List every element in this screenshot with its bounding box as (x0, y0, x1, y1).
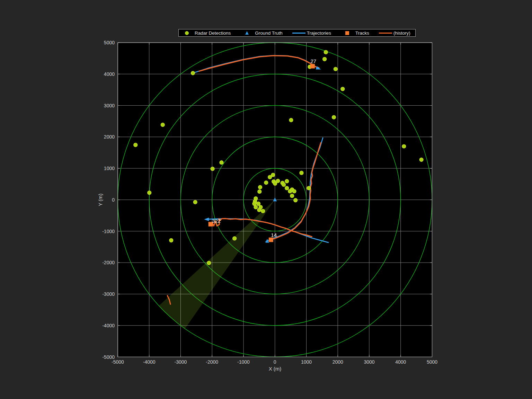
radar-detection (290, 194, 294, 198)
y-tick-label: 5000 (104, 40, 115, 45)
radar-detection (332, 115, 336, 119)
radar-detection (402, 144, 406, 148)
legend-item-label: Tracks (355, 30, 369, 36)
radar-detection (252, 202, 256, 206)
x-tick-label: -3000 (175, 359, 187, 365)
x-axis-label: X (m) (254, 366, 296, 372)
ground-truth-marker-icon (245, 31, 249, 35)
track-square (269, 238, 273, 242)
radar-detection (323, 57, 327, 61)
radar-detection (285, 179, 289, 183)
x-tick-label: -2000 (206, 359, 218, 365)
legend-item-tracks[interactable]: Tracks (339, 29, 378, 36)
radar-detection (285, 186, 289, 190)
radar-detection (191, 71, 195, 75)
legend-item-radar-detections[interactable]: Radar Detections (179, 29, 239, 36)
radar-detection (289, 118, 293, 122)
radar-detection (334, 67, 337, 71)
legend-item-label: Trajectories (307, 30, 331, 36)
history-line-icon (379, 33, 392, 34)
radar-detection (207, 261, 211, 265)
y-tick-label: -2000 (102, 260, 115, 265)
radar-detection (148, 191, 151, 195)
x-tick-label: 3000 (364, 359, 374, 365)
track-marker-icon (345, 31, 349, 35)
y-tick-label: 2000 (104, 134, 115, 140)
x-tick-label: -5000 (112, 359, 124, 365)
legend-item-label: Radar Detections (195, 30, 231, 36)
radar-detection (324, 50, 328, 54)
detection-marker-icon (185, 31, 189, 35)
track-label: 14 (271, 232, 277, 238)
x-tick-label: 4000 (395, 359, 406, 365)
track-label: 27 (310, 58, 316, 64)
radar-detection (292, 189, 296, 193)
radar-detection (307, 186, 311, 190)
radar-detection (134, 143, 138, 147)
radar-detection (220, 161, 223, 165)
legend-item-label: Ground Truth (255, 30, 283, 36)
radar-detection (257, 202, 260, 206)
legend-item-history[interactable]: (history) (378, 29, 412, 36)
radar-detection (193, 200, 197, 204)
x-tick-label: 1000 (301, 359, 312, 365)
x-tick-label: 2000 (332, 359, 343, 365)
legend-item-label: (history) (393, 30, 410, 36)
y-tick-label: 1000 (104, 166, 115, 171)
radar-detection (294, 198, 298, 202)
x-tick-label: 0 (274, 359, 276, 365)
y-tick-label: -5000 (102, 354, 115, 360)
y-tick-label: -3000 (102, 291, 115, 297)
radar-detection (273, 182, 277, 186)
radar-detection (264, 181, 268, 185)
legend-item-ground-truth[interactable]: Ground Truth (239, 29, 291, 36)
y-tick-label: 4000 (104, 71, 115, 77)
track-square (310, 64, 315, 69)
y-tick-label: -1000 (102, 229, 115, 234)
radar-detection (233, 237, 237, 240)
radar-detection (161, 123, 165, 127)
radar-detection (258, 185, 262, 189)
legend: Radar Detections Ground Truth Trajectori… (178, 29, 416, 37)
y-tick-label: -4000 (102, 323, 115, 328)
radar-detection (254, 205, 258, 209)
x-tick-label: -4000 (143, 359, 156, 365)
radar-detection (211, 167, 214, 171)
radar-detection (282, 183, 286, 187)
y-axis-label: Y (m) (97, 194, 103, 206)
trajectory-line-icon (292, 33, 305, 34)
radar-detection (261, 209, 265, 213)
radar-detection (300, 171, 303, 175)
legend-item-trajectories[interactable]: Trajectories (291, 29, 339, 36)
matlab-figure: 2732214-5000-4000-3000-2000-100001000200… (0, 0, 532, 399)
radar-detection (419, 158, 423, 162)
x-tick-label: 5000 (427, 359, 437, 365)
track-label: 322 (212, 218, 221, 224)
y-tick-label: 0 (112, 197, 115, 203)
radar-plot-area[interactable]: 2732214-5000-4000-3000-2000-100001000200… (0, 0, 532, 399)
radar-detection (169, 238, 173, 242)
radar-detection (341, 87, 345, 91)
radar-detection (258, 190, 261, 194)
radar-detection (271, 173, 275, 177)
radar-detection (257, 208, 261, 212)
x-tick-label: -1000 (237, 359, 250, 365)
y-tick-label: 3000 (104, 103, 115, 108)
